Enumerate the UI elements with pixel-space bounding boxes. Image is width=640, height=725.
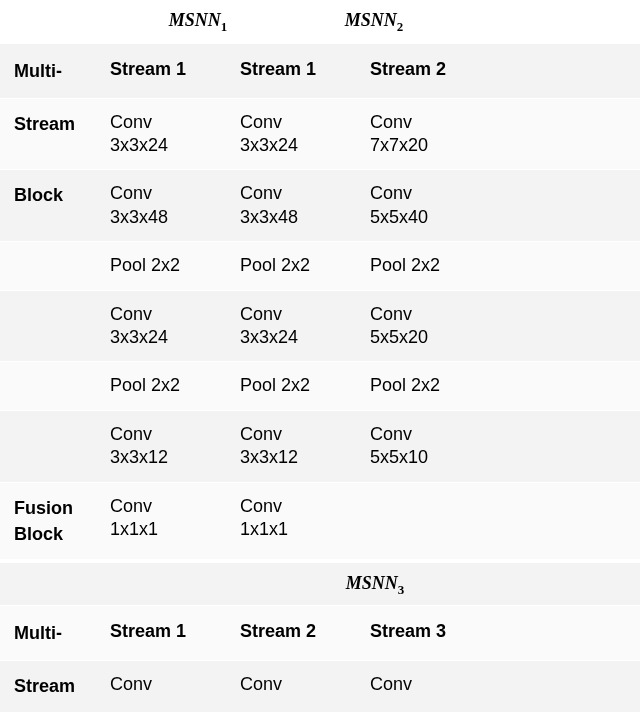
fusion-cell	[370, 495, 500, 547]
fusion-label-text: FusionBlock	[14, 498, 73, 544]
block-label-cell	[0, 423, 110, 470]
fusion-row: FusionBlock Conv1x1x1 Conv1x1x1	[0, 482, 640, 559]
block-label-cell: Stream	[0, 111, 110, 158]
table-row: Pool 2x2Pool 2x2Pool 2x2	[0, 361, 640, 409]
table-cell: Conv	[370, 673, 500, 699]
table-cell: Pool 2x2	[110, 254, 240, 277]
table-cell: Conv3x3x24	[110, 111, 240, 158]
spacer	[0, 573, 110, 598]
table-cell: Conv3x3x24	[240, 303, 370, 350]
stream-header: Stream 2	[240, 620, 370, 646]
model-name-sub: 2	[397, 19, 403, 34]
bottom-model-header-row: MSNN3	[0, 563, 640, 606]
architecture-table: MSNN1 MSNN2 Multi- Stream 1 Stream 1 Str…	[0, 0, 640, 712]
model-name-base: MSNN	[346, 573, 398, 593]
block-label-cell	[0, 303, 110, 350]
table-row: BlockConv3x3x48Conv3x3x48Conv5x5x40	[0, 169, 640, 241]
table-cell: Conv7x7x20	[370, 111, 500, 158]
block-label-cell: Stream	[0, 673, 110, 699]
bottom-rows-container: StreamConvConvConv	[0, 660, 640, 711]
table-row: Conv3x3x24Conv3x3x24Conv5x5x20	[0, 290, 640, 362]
stream-header: Stream 2	[370, 58, 500, 84]
model-name-sub: 3	[398, 581, 404, 596]
table-row: StreamConvConvConv	[0, 660, 640, 711]
table-cell: Conv	[110, 673, 240, 699]
table-cell: Conv3x3x12	[240, 423, 370, 470]
stream-header: Stream 3	[370, 620, 500, 646]
table-cell: Conv5x5x20	[370, 303, 500, 350]
block-label-cell: Multi-	[0, 58, 110, 84]
model-header-msnn2: MSNN2	[286, 10, 462, 35]
model-name-sub: 1	[221, 19, 227, 34]
table-row: StreamConv3x3x24Conv3x3x24Conv7x7x20	[0, 98, 640, 170]
table-cell: Conv5x5x40	[370, 182, 500, 229]
model-name-base: MSNN	[345, 10, 397, 30]
table-cell: Conv3x3x12	[110, 423, 240, 470]
table-cell: Conv	[240, 673, 370, 699]
model-header-msnn3: MSNN3	[110, 573, 640, 598]
bottom-stream-header-row: Multi- Stream 1 Stream 2 Stream 3	[0, 605, 640, 660]
table-cell: Pool 2x2	[240, 374, 370, 397]
model-header-msnn1: MSNN1	[110, 10, 286, 35]
stream-header: Stream 1	[240, 58, 370, 84]
block-label-cell	[0, 254, 110, 277]
fusion-cell: Conv1x1x1	[110, 495, 240, 547]
block-label-cell	[0, 374, 110, 397]
table-cell: Conv3x3x24	[240, 111, 370, 158]
block-label-cell: Multi-	[0, 620, 110, 646]
spacer	[0, 10, 110, 35]
table-cell: Conv3x3x24	[110, 303, 240, 350]
table-cell: Pool 2x2	[240, 254, 370, 277]
stream-header: Stream 1	[110, 620, 240, 646]
fusion-cell: Conv1x1x1	[240, 495, 370, 547]
fusion-label: FusionBlock	[0, 495, 110, 547]
model-name-base: MSNN	[169, 10, 221, 30]
top-stream-header-row: Multi- Stream 1 Stream 1 Stream 2	[0, 43, 640, 98]
table-row: Pool 2x2Pool 2x2Pool 2x2	[0, 241, 640, 289]
top-model-header-row: MSNN1 MSNN2	[0, 0, 640, 43]
table-cell: Pool 2x2	[110, 374, 240, 397]
table-cell: Conv5x5x10	[370, 423, 500, 470]
table-cell: Conv3x3x48	[110, 182, 240, 229]
table-cell: Pool 2x2	[370, 374, 500, 397]
table-row: Conv3x3x12Conv3x3x12Conv5x5x10	[0, 410, 640, 482]
table-cell: Pool 2x2	[370, 254, 500, 277]
stream-header: Stream 1	[110, 58, 240, 84]
top-rows-container: StreamConv3x3x24Conv3x3x24Conv7x7x20Bloc…	[0, 98, 640, 482]
block-label-cell: Block	[0, 182, 110, 229]
table-cell: Conv3x3x48	[240, 182, 370, 229]
